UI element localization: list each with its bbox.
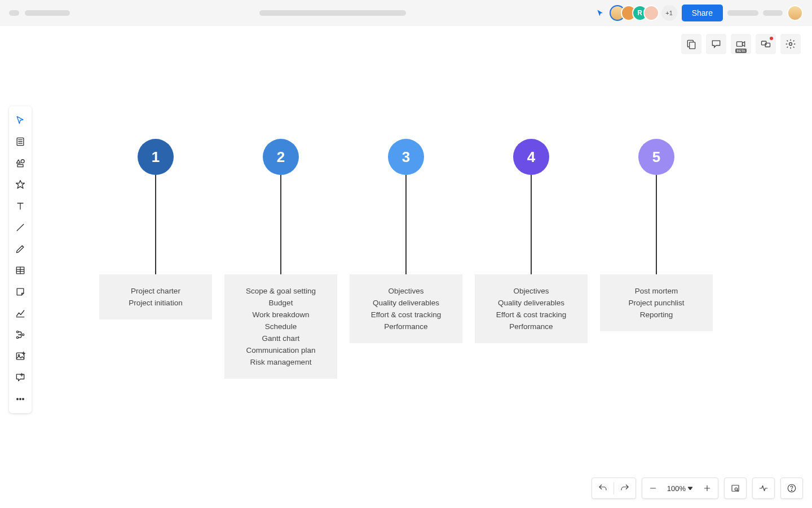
phase-item: Effort & cost tracking [371, 310, 441, 319]
diagram-column[interactable]: 5 Post mortem Project punchlist Reportin… [600, 139, 713, 379]
diagram: 1 Project charter Project initiation 2 S… [99, 139, 713, 379]
phase-box[interactable]: Objectives Quality deliverables Effort &… [475, 274, 588, 343]
breadcrumb-placeholder[interactable] [259, 10, 406, 16]
bottom-bar: 100% [592, 478, 803, 499]
phase-item: Performance [509, 322, 553, 331]
undo-button[interactable] [592, 478, 614, 498]
title-placeholder[interactable] [25, 10, 70, 16]
diagram-column[interactable]: 1 Project charter Project initiation [99, 139, 212, 379]
phase-item: Effort & cost tracking [496, 310, 566, 319]
share-button[interactable]: Share [682, 5, 723, 21]
phase-item: Schedule [265, 322, 297, 331]
phase-circle[interactable]: 1 [138, 139, 174, 175]
phase-circle[interactable]: 4 [513, 139, 549, 175]
chevron-down-icon [687, 485, 693, 491]
canvas[interactable]: 1 Project charter Project initiation 2 S… [0, 26, 812, 508]
live-cursor-icon [596, 8, 605, 17]
phase-item: Project punchlist [628, 299, 684, 307]
phase-box[interactable]: Post mortem Project punchlist Reporting [600, 274, 713, 331]
zoom-out-button[interactable] [642, 478, 664, 498]
help-button[interactable] [781, 478, 802, 498]
phase-item: Project charter [131, 287, 180, 295]
connector-line [155, 175, 156, 274]
zoom-level[interactable]: 100% [664, 484, 696, 493]
zoom-in-button[interactable] [696, 478, 718, 498]
phase-item: Communication plan [246, 346, 315, 354]
phase-item: Risk management [250, 358, 312, 366]
phase-box[interactable]: Project charter Project initiation [99, 274, 212, 319]
phase-item: Project initiation [129, 299, 182, 307]
phase-item: Gantt chart [262, 334, 300, 343]
phase-item: Reporting [640, 310, 673, 319]
phase-item: Quality deliverables [498, 299, 564, 307]
menu-placeholder[interactable] [9, 10, 19, 16]
phase-item: Budget [269, 299, 293, 307]
phase-item: Scope & goal setting [246, 287, 316, 295]
app-header: R +1 Share [0, 0, 812, 26]
phase-item: Quality deliverables [373, 299, 439, 307]
phase-item: Performance [384, 322, 427, 331]
connector-line [405, 175, 407, 274]
header-placeholder[interactable] [763, 10, 783, 16]
collaborator-avatars[interactable]: R +1 [610, 5, 677, 21]
redo-button[interactable] [614, 478, 636, 498]
phase-circle[interactable]: 2 [263, 139, 299, 175]
connector-line [656, 175, 657, 274]
phase-item: Objectives [388, 287, 423, 295]
phase-circle[interactable]: 5 [638, 139, 674, 175]
svg-point-42 [791, 490, 792, 491]
phase-item: Objectives [513, 287, 549, 295]
phase-circle[interactable]: 3 [388, 139, 424, 175]
diagram-column[interactable]: 2 Scope & goal setting Budget Work break… [224, 139, 337, 379]
activity-button[interactable] [753, 478, 774, 498]
phase-box[interactable]: Scope & goal setting Budget Work breakdo… [224, 274, 337, 379]
phase-box[interactable]: Objectives Quality deliverables Effort &… [350, 274, 462, 343]
phase-item: Work breakdown [252, 310, 309, 319]
connector-line [280, 175, 281, 274]
header-placeholder[interactable] [727, 10, 758, 16]
avatar-overflow[interactable]: +1 [661, 5, 677, 21]
svg-marker-35 [688, 487, 692, 490]
zoom-value: 100% [667, 484, 686, 493]
user-avatar[interactable] [787, 5, 803, 21]
diagram-column[interactable]: 4 Objectives Quality deliverables Effort… [475, 139, 588, 379]
phase-item: Post mortem [635, 287, 678, 295]
connector-line [531, 175, 532, 274]
diagram-column[interactable]: 3 Objectives Quality deliverables Effort… [350, 139, 462, 379]
avatar[interactable] [643, 5, 659, 21]
minimap-button[interactable] [725, 478, 746, 498]
